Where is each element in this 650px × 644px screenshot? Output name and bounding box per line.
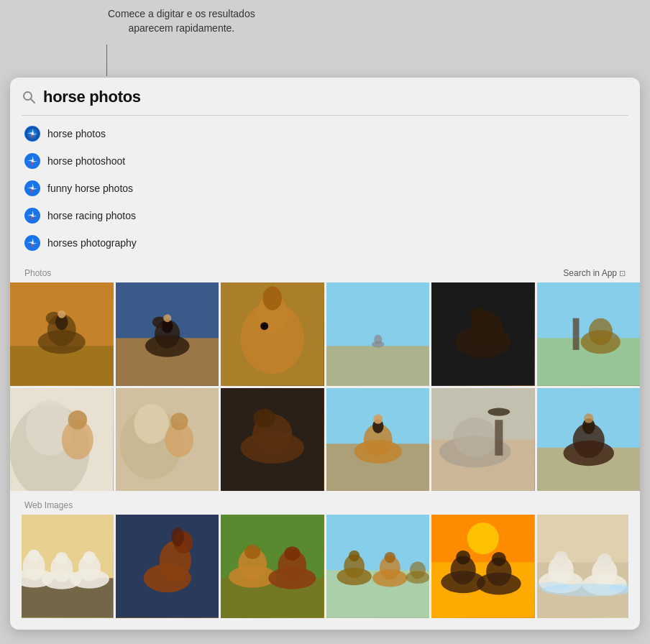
svg-point-143 bbox=[467, 523, 499, 554]
svg-point-139 bbox=[456, 551, 470, 565]
svg-point-134 bbox=[409, 561, 425, 579]
svg-point-100 bbox=[584, 413, 593, 423]
svg-point-26 bbox=[32, 215, 34, 217]
svg-point-124 bbox=[284, 546, 300, 561]
web-image-cell[interactable] bbox=[116, 515, 219, 618]
photo-cell[interactable] bbox=[326, 282, 430, 386]
suggestion-item[interactable]: funny horse photos bbox=[22, 175, 628, 202]
search-icon bbox=[22, 90, 36, 104]
photo-cell[interactable] bbox=[10, 282, 114, 386]
svg-rect-66 bbox=[572, 318, 579, 350]
search-query[interactable]: horse photos bbox=[43, 88, 141, 106]
svg-point-14 bbox=[32, 160, 34, 162]
svg-point-111 bbox=[83, 551, 96, 564]
web-images-label: Web Images bbox=[24, 500, 73, 510]
web-image-cell[interactable] bbox=[431, 515, 535, 618]
svg-point-53 bbox=[263, 325, 266, 328]
svg-point-91 bbox=[453, 417, 498, 456]
svg-point-129 bbox=[348, 551, 359, 561]
photos-label: Photos bbox=[24, 268, 51, 278]
search-bar: horse photos bbox=[22, 88, 628, 116]
web-image-cell[interactable] bbox=[537, 515, 629, 618]
photo-cell[interactable] bbox=[116, 388, 219, 492]
svg-point-87 bbox=[373, 414, 383, 423]
svg-point-132 bbox=[384, 552, 395, 563]
svg-rect-55 bbox=[326, 346, 430, 385]
svg-point-57 bbox=[374, 335, 382, 344]
suggestion-text: horses photography bbox=[47, 237, 137, 249]
arrow-icon: ⊡ bbox=[619, 269, 626, 278]
svg-point-46 bbox=[163, 314, 171, 322]
suggestion-item[interactable]: horse photoshoot bbox=[22, 147, 628, 175]
svg-point-153 bbox=[537, 582, 569, 590]
photo-cell[interactable] bbox=[537, 388, 641, 492]
photo-cell[interactable] bbox=[221, 388, 324, 492]
svg-point-116 bbox=[171, 528, 184, 546]
web-images-header: Web Images bbox=[22, 493, 628, 515]
svg-point-94 bbox=[487, 408, 510, 415]
svg-point-39 bbox=[58, 310, 65, 318]
photo-cell[interactable] bbox=[537, 282, 641, 386]
photo-cell[interactable] bbox=[10, 388, 114, 492]
compass-icon bbox=[24, 208, 40, 224]
web-images-section: Web Images bbox=[22, 493, 628, 630]
suggestion-item[interactable]: horse photos bbox=[22, 120, 628, 147]
photo-cell[interactable] bbox=[431, 388, 535, 492]
svg-point-32 bbox=[32, 242, 34, 244]
svg-line-1 bbox=[31, 99, 35, 103]
svg-point-77 bbox=[170, 413, 188, 430]
search-panel: horse photos horse photos bbox=[10, 78, 640, 630]
web-image-cell[interactable] bbox=[221, 515, 324, 618]
search-in-app-button[interactable]: Search in App ⊡ bbox=[563, 268, 626, 278]
svg-point-142 bbox=[492, 552, 506, 566]
compass-icon bbox=[24, 153, 40, 169]
svg-point-51 bbox=[263, 287, 282, 310]
photo-cell[interactable] bbox=[326, 388, 430, 492]
web-images-grid bbox=[22, 515, 628, 618]
suggestion-text: funny horse photos bbox=[47, 183, 133, 194]
photos-grid bbox=[10, 282, 640, 493]
suggestion-text: horse photos bbox=[47, 128, 106, 139]
svg-point-105 bbox=[27, 550, 40, 563]
suggestion-text: horse photoshoot bbox=[47, 155, 125, 167]
suggestions-list: horse photos horse photoshoot bbox=[22, 116, 628, 261]
svg-point-148 bbox=[554, 551, 568, 566]
photo-cell[interactable] bbox=[116, 282, 219, 386]
web-image-cell[interactable] bbox=[326, 515, 430, 618]
photo-cell[interactable] bbox=[221, 282, 324, 386]
photos-section-header: Photos Search in App ⊡ bbox=[22, 261, 628, 282]
compass-icon bbox=[24, 126, 40, 142]
svg-point-81 bbox=[253, 408, 275, 427]
web-image-cell[interactable] bbox=[22, 515, 114, 618]
suggestion-item[interactable]: horses photography bbox=[22, 229, 628, 257]
compass-icon bbox=[24, 235, 40, 251]
suggestion-item-horse-racing[interactable]: horse racing photos bbox=[22, 202, 628, 229]
svg-point-61 bbox=[470, 308, 488, 323]
svg-point-151 bbox=[597, 553, 611, 568]
svg-point-75 bbox=[134, 404, 169, 443]
svg-point-121 bbox=[244, 545, 260, 559]
svg-point-65 bbox=[588, 318, 612, 346]
svg-point-72 bbox=[68, 410, 87, 428]
svg-point-8 bbox=[32, 133, 34, 135]
svg-rect-92 bbox=[495, 420, 503, 456]
suggestion-text: horse racing photos bbox=[47, 210, 136, 221]
compass-icon bbox=[24, 180, 40, 196]
svg-point-20 bbox=[32, 188, 34, 190]
photo-cell[interactable] bbox=[431, 282, 535, 386]
svg-point-108 bbox=[55, 552, 68, 565]
tooltip-text: Comece a digitar e os resultados aparece… bbox=[108, 7, 255, 35]
tooltip-line bbox=[106, 45, 107, 76]
